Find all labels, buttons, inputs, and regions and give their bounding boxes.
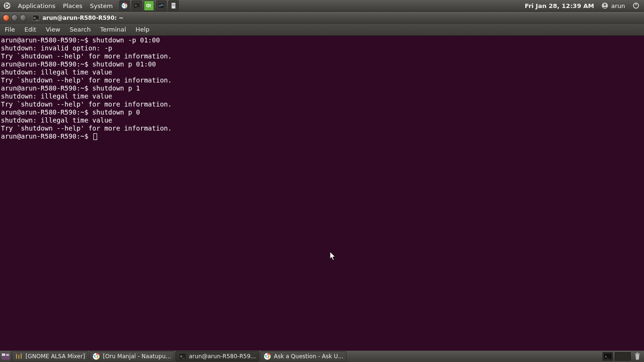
svg-point-3	[5, 3, 7, 5]
terminal-icon: >_	[179, 353, 186, 360]
task-label: [Oru Manjal - Naatupu...	[103, 353, 171, 360]
workspace-switcher[interactable]	[615, 352, 631, 361]
task-label: Ask a Question - Ask U...	[274, 353, 343, 360]
menu-file[interactable]: File	[0, 24, 20, 35]
ubuntu-logo-icon[interactable]	[2, 0, 12, 11]
terminal-app-icon: >_	[32, 14, 40, 22]
svg-rect-40	[636, 353, 638, 354]
terminal-icon[interactable]: >_	[132, 0, 142, 11]
svg-point-18	[604, 4, 606, 6]
monitor-icon[interactable]	[156, 0, 166, 11]
top-panel: Applications Places System >_ Qt Fri Jan…	[0, 0, 644, 11]
svg-text:>_: >_	[135, 4, 139, 8]
menu-terminal[interactable]: Terminal	[95, 24, 131, 35]
window-titlebar[interactable]: >_ arun@arun-R580-R590: ~	[0, 12, 644, 24]
show-desktop-icon[interactable]	[0, 351, 11, 362]
svg-text:Qt: Qt	[146, 4, 151, 8]
svg-point-8	[124, 5, 125, 7]
mixer-icon	[15, 353, 23, 360]
svg-rect-15	[172, 5, 175, 5]
terminal-menubar: File Edit View Search Terminal Help	[0, 24, 644, 36]
window-title: arun@arun-R580-R590: ~	[42, 15, 124, 21]
tray-terminal-icon[interactable]: >_	[603, 352, 613, 361]
svg-rect-14	[172, 4, 175, 4]
svg-text:>_: >_	[180, 354, 185, 359]
svg-point-2	[8, 5, 10, 6]
menu-help[interactable]: Help	[131, 24, 154, 35]
doc-icon[interactable]	[168, 0, 179, 11]
task-2[interactable]: >_arun@arun-R580-R59...	[175, 351, 259, 362]
svg-rect-25	[6, 354, 9, 356]
maximize-icon[interactable]	[20, 15, 26, 21]
bottom-panel: [GNOME ALSA Mixer][Oru Manjal - Naatupu.…	[0, 351, 644, 362]
svg-text:>_: >_	[605, 355, 609, 359]
task-0[interactable]: [GNOME ALSA Mixer]	[12, 351, 88, 362]
svg-rect-27	[18, 355, 19, 359]
trash-icon[interactable]	[633, 352, 642, 361]
menu-view[interactable]: View	[41, 24, 65, 35]
chrome-icon	[264, 353, 271, 360]
menu-places[interactable]: Places	[59, 0, 86, 11]
menu-search[interactable]: Search	[65, 24, 96, 35]
user-menu[interactable]: arun	[599, 2, 628, 9]
qt-icon[interactable]: Qt	[144, 0, 154, 11]
task-label: arun@arun-R580-R59...	[189, 353, 256, 360]
menu-edit[interactable]: Edit	[20, 24, 41, 35]
taskbar-tray: >_	[603, 352, 644, 361]
username-label: arun	[611, 2, 625, 9]
svg-rect-24	[2, 354, 5, 356]
task-3[interactable]: Ask a Question - Ask U...	[260, 351, 347, 362]
svg-point-4	[5, 7, 7, 8]
menu-system[interactable]: System	[86, 0, 116, 11]
launcher-tray: >_ Qt	[119, 0, 179, 11]
minimize-icon[interactable]	[11, 15, 18, 21]
svg-rect-20	[636, 3, 636, 6]
chrome-icon	[92, 353, 100, 360]
close-icon[interactable]	[3, 15, 9, 21]
svg-rect-39	[635, 354, 640, 354]
user-icon	[602, 2, 608, 9]
power-icon[interactable]	[631, 0, 641, 11]
menu-applications[interactable]: Applications	[14, 0, 59, 11]
svg-rect-26	[16, 354, 17, 359]
chrome-icon[interactable]	[119, 0, 130, 11]
svg-text:>_: >_	[33, 16, 38, 20]
svg-rect-16	[172, 6, 175, 6]
terminal-body[interactable]: arun@arun-R580-R590:~$ shutdown -p 01:00…	[0, 36, 644, 351]
task-label: [GNOME ALSA Mixer]	[25, 353, 85, 360]
svg-point-36	[266, 355, 268, 357]
svg-point-31	[95, 355, 97, 357]
task-1[interactable]: [Oru Manjal - Naatupu...	[89, 351, 174, 362]
svg-rect-28	[21, 354, 22, 359]
taskbar-tasks: [GNOME ALSA Mixer][Oru Manjal - Naatupu.…	[11, 351, 347, 362]
clock[interactable]: Fri Jan 28, 12:39 AM	[520, 2, 599, 9]
terminal-window: >_ arun@arun-R580-R590: ~ File Edit View…	[0, 12, 644, 351]
